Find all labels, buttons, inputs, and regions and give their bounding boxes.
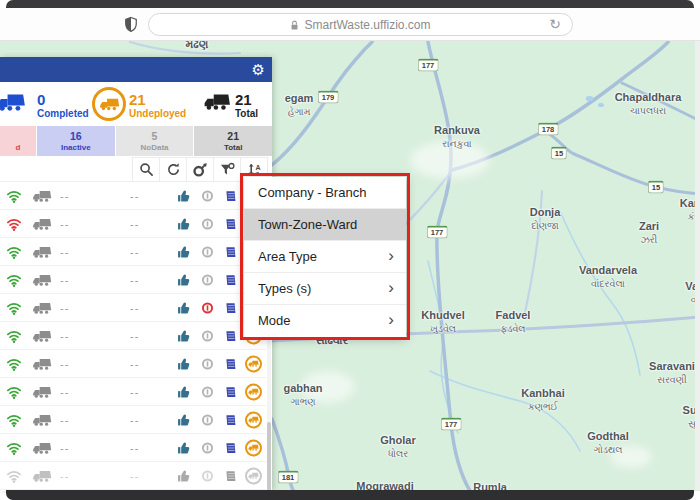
details-stack-icon[interactable]	[224, 413, 237, 426]
wifi-signal-icon	[6, 188, 22, 203]
details-stack-icon[interactable]	[224, 273, 237, 286]
cell-value-2: --	[130, 470, 139, 482]
wifi-signal-icon	[6, 412, 22, 427]
vehicle-truck-icon	[32, 217, 52, 231]
url-bar[interactable]: SmartWaste.uffizio.com ↻	[148, 13, 573, 36]
thumbs-up-icon[interactable]	[177, 273, 191, 287]
cell-value-2: --	[130, 218, 139, 230]
status-ring-icon[interactable]	[201, 413, 214, 426]
details-stack-icon[interactable]	[224, 189, 237, 202]
device-bottom-bezel	[6, 490, 694, 500]
undeployed-count: 21	[129, 91, 146, 108]
status-ring-icon[interactable]	[201, 273, 214, 286]
status-ring-icon[interactable]	[201, 245, 214, 258]
menu-item[interactable]: Mode›	[244, 305, 406, 337]
cell-value-1: --	[60, 442, 69, 454]
undeployed-truck-badge[interactable]	[245, 383, 262, 400]
status-ring-icon[interactable]	[201, 357, 214, 370]
settings-gear-icon[interactable]: ⚙	[252, 59, 265, 80]
thumbs-up-icon[interactable]	[177, 469, 191, 483]
search-icon	[139, 162, 154, 177]
details-stack-icon[interactable]	[224, 301, 237, 314]
details-stack-icon[interactable]	[224, 357, 237, 370]
menu-item[interactable]: Company - Branch	[244, 177, 406, 209]
table-row: -- --	[0, 210, 266, 238]
status-ring-icon[interactable]	[201, 329, 214, 342]
cell-value-2: --	[130, 386, 139, 398]
urban-patch	[300, 371, 355, 403]
refresh-button[interactable]	[159, 157, 187, 182]
thumbs-up-icon[interactable]	[177, 441, 191, 455]
thumbs-up-icon[interactable]	[177, 245, 191, 259]
table-row: -- --	[0, 182, 266, 210]
details-stack-icon[interactable]	[224, 385, 237, 398]
table-row: -- --	[0, 266, 266, 294]
wifi-signal-icon	[6, 328, 22, 343]
undeployed-truck-badge[interactable]	[245, 355, 262, 372]
filter-button[interactable]	[213, 157, 241, 182]
cell-value-2: --	[130, 302, 139, 314]
chevron-right-icon: ›	[388, 305, 394, 335]
menu-item[interactable]: Town-Zone-Ward	[244, 209, 406, 241]
urban-patch	[410, 141, 490, 179]
table-row: -- --	[0, 294, 266, 322]
status-tab-Total[interactable]: 21Total	[194, 126, 272, 156]
thumbs-up-icon[interactable]	[177, 217, 191, 231]
vehicle-truck-icon	[32, 385, 52, 399]
details-stack-icon[interactable]	[224, 469, 237, 482]
thumbs-up-icon[interactable]	[177, 301, 191, 315]
privacy-shield-icon[interactable]	[124, 16, 138, 33]
menu-item-label: Area Type	[258, 249, 317, 264]
thumbs-up-icon[interactable]	[177, 329, 191, 343]
cell-value-2: --	[130, 190, 139, 202]
undeployed-truck-badge[interactable]	[245, 467, 262, 484]
status-ring-icon[interactable]	[201, 385, 214, 398]
browser-scrollbar[interactable]	[695, 41, 700, 490]
status-tab-d[interactable]: d	[0, 126, 36, 156]
table-row: -- --	[0, 406, 266, 434]
thumbs-up-icon[interactable]	[177, 357, 191, 371]
status-ring-icon[interactable]	[201, 441, 214, 454]
details-stack-icon[interactable]	[224, 245, 237, 258]
search-button[interactable]	[132, 157, 160, 182]
status-ring-icon[interactable]	[201, 217, 214, 230]
details-stack-icon[interactable]	[224, 441, 237, 454]
wifi-signal-icon	[6, 384, 22, 399]
vehicle-panel: ⚙ 0 Completed 21 Undeployed 21 Total d16…	[0, 57, 272, 491]
locate-button[interactable]	[186, 157, 214, 182]
url-text: SmartWaste.uffizio.com	[304, 18, 430, 32]
details-stack-icon[interactable]	[224, 217, 237, 230]
reload-icon[interactable]: ↻	[549, 16, 561, 32]
thumbs-up-icon[interactable]	[177, 385, 191, 399]
menu-item[interactable]: Types (s)›	[244, 273, 406, 305]
completed-truck-icon	[0, 92, 26, 112]
cell-value-2: --	[130, 330, 139, 342]
undeployed-truck-badge[interactable]	[245, 439, 262, 456]
vehicle-rows: -- -- -- --	[0, 182, 266, 491]
cell-value-2: --	[130, 274, 139, 286]
scrollbar-thumb[interactable]	[267, 422, 271, 500]
total-label: Total	[235, 108, 258, 119]
details-stack-icon[interactable]	[224, 329, 237, 342]
status-tab-NoData[interactable]: 5NoData	[116, 126, 194, 156]
thumbs-up-icon[interactable]	[177, 189, 191, 203]
wifi-signal-icon	[6, 440, 22, 455]
status-tab-Inactive[interactable]: 16Inactive	[37, 126, 115, 156]
vehicle-truck-icon	[32, 469, 52, 483]
wifi-signal-icon	[6, 300, 22, 315]
stats-row: 0 Completed 21 Undeployed 21 Total	[0, 82, 272, 126]
total-truck-icon	[203, 92, 231, 111]
vehicle-truck-icon	[32, 301, 52, 315]
wifi-signal-icon	[6, 216, 22, 231]
chevron-right-icon: ›	[388, 273, 394, 303]
cell-value-1: --	[60, 246, 69, 258]
status-ring-icon[interactable]	[201, 469, 214, 482]
undeployed-truck-badge[interactable]	[245, 411, 262, 428]
chevron-right-icon: ›	[388, 241, 394, 271]
status-ring-icon[interactable]	[201, 301, 214, 314]
status-ring-icon[interactable]	[201, 189, 214, 202]
menu-item[interactable]: Area Type›	[244, 241, 406, 273]
urban-patch	[610, 446, 652, 468]
thumbs-up-icon[interactable]	[177, 413, 191, 427]
cell-value-2: --	[130, 414, 139, 426]
